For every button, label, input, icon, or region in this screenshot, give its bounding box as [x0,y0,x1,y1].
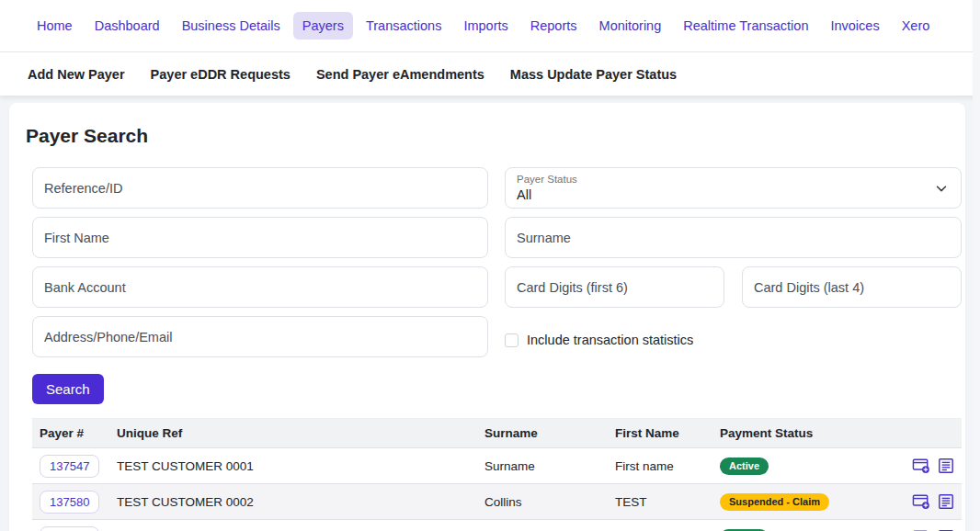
bank-account-input[interactable] [32,266,488,308]
top-navigation: Home Dashboard Business Details Payers T… [0,0,980,52]
header-payer-number: Payer # [32,419,109,448]
card-add-icon[interactable] [912,493,930,510]
details-list-icon[interactable] [938,458,954,474]
surname-cell: Surname [477,520,608,531]
address-phone-email-input[interactable] [32,316,488,357]
unique-ref-cell: TEST CUSTOMER 0001 [109,448,477,484]
payer-status-value: All [517,186,577,203]
card-digits-row [505,266,962,308]
chevron-down-icon [935,182,948,195]
first-name-input[interactable] [32,217,488,258]
row-actions [854,458,954,474]
header-surname: Surname [477,419,608,448]
card-add-icon[interactable] [912,458,930,474]
payer-search-card: Payer Search Payer Status All Include tr… [9,103,965,531]
subnav-mass-update-payer-status[interactable]: Mass Update Payer Status [510,67,677,82]
scrollbar-track[interactable] [973,0,980,531]
nav-item-xero[interactable]: Xero [893,12,940,40]
table-header-row: Payer # Unique Ref Surname First Name Pa… [32,419,962,448]
payer-id-link[interactable]: 137580 [40,491,99,514]
surname-cell: Collins [477,484,608,520]
status-badge: Suspended - Claim [720,493,829,511]
unique-ref-cell: TEST Unique Reference 003 [109,520,477,531]
nav-item-monitoring[interactable]: Monitoring [590,12,671,40]
subnav-payer-eddr-requests[interactable]: Payer eDDR Requests [151,67,291,82]
payer-search-form: Payer Status All Include transaction sta… [32,167,952,357]
status-badge: Active [720,458,769,475]
first-name-cell: Test [608,520,712,531]
unique-ref-cell: TEST CUSTOMER 0002 [109,484,477,520]
table-row: 137547 TEST CUSTOMER 0001 Surname First … [32,448,962,484]
table-row: 137580 TEST CUSTOMER 0002 Collins TEST S… [32,484,962,520]
reference-id-input[interactable] [32,167,488,209]
payer-status-select-text: Payer Status All [517,173,577,203]
nav-item-realtime-transaction[interactable]: Realtime Transaction [674,12,817,40]
subnav-add-new-payer[interactable]: Add New Payer [28,67,125,82]
payer-status-select[interactable]: Payer Status All [505,167,962,209]
first-name-cell: TEST [608,484,712,520]
details-list-icon[interactable] [938,493,954,510]
payer-sub-navigation: Add New Payer Payer eDDR Requests Send P… [0,52,980,96]
header-unique-ref: Unique Ref [109,419,477,448]
subnav-send-payer-eamendments[interactable]: Send Payer eAmendments [316,67,484,82]
nav-item-imports[interactable]: Imports [454,12,517,40]
include-stats-label[interactable]: Include transaction statistics [527,333,693,347]
nav-item-transactions[interactable]: Transactions [357,12,450,40]
include-stats-row: Include transaction statistics [505,316,962,357]
nav-item-invoices[interactable]: Invoices [821,12,888,40]
card-digits-first6-input[interactable] [505,266,724,308]
nav-item-payers[interactable]: Payers [293,12,353,40]
row-actions [854,493,954,510]
page-title: Payer Search [26,125,952,147]
include-stats-checkbox[interactable] [505,333,518,347]
card-digits-last4-input[interactable] [742,266,962,308]
surname-cell: Surname [477,448,608,484]
nav-item-home[interactable]: Home [28,12,82,40]
nav-item-reports[interactable]: Reports [521,12,587,40]
payer-id-link[interactable]: 137595 [40,526,99,531]
payer-results-table: Payer # Unique Ref Surname First Name Pa… [32,418,962,531]
table-row: 137595 TEST Unique Reference 003 Surname… [32,520,962,531]
header-payment-status: Payment Status [712,419,847,448]
surname-input[interactable] [505,217,962,258]
search-button[interactable]: Search [32,374,104,404]
header-first-name: First Name [608,419,712,448]
nav-item-business-details[interactable]: Business Details [173,12,290,40]
payer-status-label: Payer Status [517,173,577,186]
first-name-cell: First name [608,448,712,484]
nav-item-dashboard[interactable]: Dashboard [85,12,169,40]
header-actions [847,419,962,448]
payer-id-link[interactable]: 137547 [40,455,99,478]
